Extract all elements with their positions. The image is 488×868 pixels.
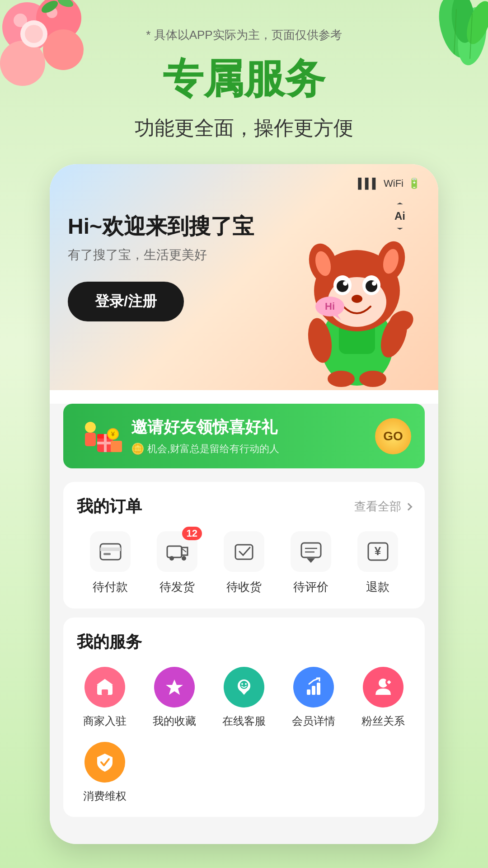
svg-point-67 xyxy=(241,683,243,685)
svg-point-35 xyxy=(372,281,376,286)
order-icon-wrap xyxy=(291,531,331,572)
orders-header: 我的订单 查看全部 xyxy=(77,495,411,518)
service-icon-rights xyxy=(84,742,125,783)
invite-main-text: 邀请好友领惊喜好礼 xyxy=(131,416,366,439)
svg-rect-49 xyxy=(100,544,121,560)
invite-sub-text: 🪙 机会,财富总是留给有行动的人 xyxy=(131,442,366,456)
invite-banner[interactable]: ¥ 邀请好友领惊喜好礼 🪙 机会,财富总是留给有行动的人 GO xyxy=(63,404,425,468)
page-subtitle: 功能更全面，操作更方便 xyxy=(0,106,488,164)
status-bar: ▌▌▌ WiFi 🔋 xyxy=(68,173,420,198)
order-item-pending-review[interactable]: 待评价 xyxy=(291,531,331,595)
svg-rect-41 xyxy=(85,433,96,446)
svg-point-34 xyxy=(343,281,347,286)
order-label: 退款 xyxy=(366,579,389,595)
svg-rect-62 xyxy=(102,689,108,695)
svg-point-21 xyxy=(359,371,386,387)
svg-rect-75 xyxy=(388,680,390,684)
svg-rect-71 xyxy=(317,683,320,695)
svg-point-2 xyxy=(0,41,45,86)
svg-text:Hi: Hi xyxy=(325,301,335,312)
service-label: 会员详情 xyxy=(292,714,335,728)
service-item-member[interactable]: 会员详情 xyxy=(286,667,342,728)
service-label: 消费维权 xyxy=(83,789,127,803)
svg-point-54 xyxy=(182,556,186,561)
svg-point-20 xyxy=(328,371,355,387)
service-label: 我的收藏 xyxy=(153,714,196,728)
invite-icon-area: ¥ xyxy=(77,418,122,454)
svg-point-53 xyxy=(169,556,174,561)
services-header: 我的服务 xyxy=(77,631,411,653)
svg-rect-45 xyxy=(97,442,113,444)
order-badge-ship: 12 xyxy=(182,527,202,540)
chevron-right-icon xyxy=(405,503,413,510)
order-item-pending-pay[interactable]: 待付款 xyxy=(90,531,131,595)
phone-mockup: ▌▌▌ WiFi 🔋 Ai Hi~欢迎来到搜了宝 有了搜了宝，生活更美好 登录/… xyxy=(50,164,438,844)
svg-rect-56 xyxy=(301,543,321,557)
svg-rect-50 xyxy=(100,547,121,551)
svg-rect-69 xyxy=(307,689,310,695)
svg-text:¥: ¥ xyxy=(374,544,381,558)
svg-rect-51 xyxy=(103,553,111,555)
order-item-pending-ship[interactable]: 12 待发货 xyxy=(157,531,197,595)
order-label: 待发货 xyxy=(160,579,195,595)
services-title: 我的服务 xyxy=(77,631,142,653)
svg-point-68 xyxy=(245,683,247,685)
service-icon-support xyxy=(224,667,264,708)
mascot-container: Hi xyxy=(289,218,425,390)
order-icon-wrap: ¥ xyxy=(357,531,398,572)
phone-content: ¥ 邀请好友领惊喜好礼 🪙 机会,财富总是留给有行动的人 GO 我的订单 查看全… xyxy=(50,404,438,844)
service-item-favorites[interactable]: 我的收藏 xyxy=(146,667,202,728)
svg-rect-46 xyxy=(111,441,122,452)
view-all-orders[interactable]: 查看全部 xyxy=(354,499,411,514)
svg-rect-52 xyxy=(167,546,182,557)
orders-title: 我的订单 xyxy=(77,495,142,518)
mascot-svg: Hi xyxy=(289,218,425,390)
order-label: 待评价 xyxy=(293,579,328,595)
signal-icon: ▌▌▌ xyxy=(358,178,379,189)
svg-point-36 xyxy=(352,295,362,303)
order-label: 待付款 xyxy=(93,579,128,595)
service-icon-favorites xyxy=(154,667,195,708)
order-icon-wrap xyxy=(224,531,264,572)
svg-rect-63 xyxy=(97,685,113,687)
phone-header: ▌▌▌ WiFi 🔋 Ai Hi~欢迎来到搜了宝 有了搜了宝，生活更美好 登录/… xyxy=(50,164,438,390)
invite-text-area: 邀请好友领惊喜好礼 🪙 机会,财富总是留给有行动的人 xyxy=(131,416,366,456)
orders-row: 待付款 12 待发货 xyxy=(77,531,411,595)
order-item-pending-receive[interactable]: 待收货 xyxy=(224,531,264,595)
service-label: 粉丝关系 xyxy=(361,714,405,728)
services-grid: 商家入驻 我的收藏 xyxy=(77,667,411,803)
service-label: 商家入驻 xyxy=(83,714,127,728)
order-item-refund[interactable]: ¥ 退款 xyxy=(357,531,398,595)
service-icon-fans xyxy=(363,667,404,708)
orders-section: 我的订单 查看全部 待付款 xyxy=(63,482,425,609)
battery-icon: 🔋 xyxy=(408,178,420,189)
service-item-merchant[interactable]: 商家入驻 xyxy=(77,667,133,728)
services-section: 我的服务 商家入驻 xyxy=(63,618,425,817)
login-button[interactable]: 登录/注册 xyxy=(68,282,184,321)
svg-text:¥: ¥ xyxy=(111,430,115,438)
service-item-support[interactable]: 在线客服 xyxy=(216,667,272,728)
service-icon-member xyxy=(293,667,334,708)
svg-point-9 xyxy=(25,25,43,43)
svg-rect-70 xyxy=(312,686,315,695)
go-button[interactable]: GO xyxy=(375,418,411,454)
svg-marker-64 xyxy=(166,679,183,695)
wifi-icon: WiFi xyxy=(384,178,404,189)
service-item-rights[interactable]: 消费维权 xyxy=(77,742,133,803)
service-icon-merchant xyxy=(84,667,125,708)
service-item-fans[interactable]: 粉丝关系 xyxy=(355,667,411,728)
order-label: 待收货 xyxy=(226,579,262,595)
order-icon-wrap xyxy=(90,531,131,572)
svg-point-40 xyxy=(85,422,96,433)
svg-point-3 xyxy=(43,29,84,70)
order-icon-wrap: 12 xyxy=(157,531,197,572)
service-label: 在线客服 xyxy=(222,714,266,728)
